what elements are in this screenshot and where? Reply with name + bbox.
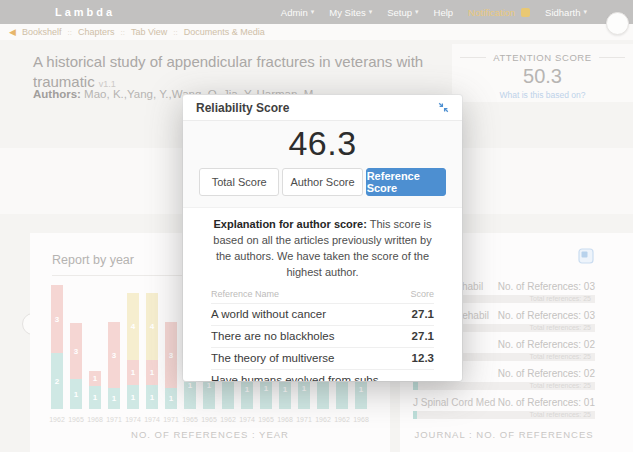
reliability-score-modal: Reliability Score 46.3 Total ScoreAuthor… [183, 95, 462, 381]
attention-score-card: ATTENTION SCORE 50.3 What is this based … [452, 44, 633, 102]
bar-segment-pink: 3 [108, 322, 120, 388]
nav-item-admin[interactable]: Admin▾ [281, 7, 314, 18]
journal-ref-count: No. of References: 03 [498, 281, 595, 292]
reference-row: The theory of multiverse12.3 [211, 347, 434, 369]
bar-segment-pink: 1 [127, 360, 139, 385]
bar-segment-yellow: 4 [146, 293, 158, 360]
report-toggle-icon[interactable] [578, 248, 594, 268]
brand-logo[interactable]: Lambda [55, 6, 115, 18]
chevron-down-icon: ▾ [311, 8, 315, 16]
breadcrumb-separator: :: [67, 28, 71, 37]
modal-header: Reliability Score [183, 95, 462, 121]
attention-score-link[interactable]: What is this based on? [452, 90, 633, 100]
column-header-score: Score [410, 289, 434, 299]
journal-ref-count: No. of References: 02 [498, 368, 595, 379]
x-axis-year-label: 1965 [68, 416, 84, 423]
journal-total-label: Total references: 25 [530, 382, 591, 390]
bar-segment-pink: 3 [51, 285, 63, 353]
x-axis-year-label: 1968 [353, 416, 369, 423]
breadcrumb-item[interactable]: Tab View [131, 27, 167, 37]
tab-reference-score[interactable]: Reference Score [366, 168, 446, 196]
attention-score-heading: ATTENTION SCORE [452, 52, 633, 63]
journal-progress-fill [413, 411, 417, 419]
journal-total-label: Total references: 25 [530, 295, 591, 303]
x-axis-year-label: 1962 [334, 416, 350, 423]
chart-axis-caption: NO. OF REFERENCES : YEAR [30, 429, 390, 440]
x-axis-year-label: 1962 [315, 416, 331, 423]
breadcrumb-separator: :: [120, 28, 124, 37]
document-version: v1.1 [99, 79, 116, 89]
breadcrumb-item[interactable]: Documents & Media [184, 27, 265, 37]
bar-segment-pink: 1 [89, 371, 101, 386]
nav-item-sidharth[interactable]: Sidharth▾ [545, 7, 587, 18]
x-axis-year-label: 1962 [220, 416, 236, 423]
nav-item-label: Setup [387, 7, 412, 18]
reference-name: There are no blackholes [211, 330, 334, 342]
nav-item-label: Help [434, 7, 454, 18]
x-axis-year-label: 1974 [239, 416, 255, 423]
tab-total-score[interactable]: Total Score [199, 168, 279, 196]
bar-segment-pink: 3 [165, 322, 177, 388]
table-rows: A world without cancer27.1There are no b… [211, 303, 434, 381]
user-avatar[interactable] [606, 12, 629, 35]
attention-score-value: 50.3 [452, 65, 633, 88]
reference-name: A world without cancer [211, 308, 326, 320]
journal-ref-count: No. of References: 03 [498, 310, 595, 321]
nav-items: Admin▾My Sites▾Setup▾HelpNotificationSid… [281, 7, 587, 18]
bar-1971: 131971 [165, 322, 177, 409]
nav-item-notification[interactable]: Notification [468, 7, 530, 18]
journal-progress-track: Total references: 25 [413, 411, 595, 419]
journal-total-label: Total references: 25 [530, 353, 591, 361]
score-explanation: Explanation for author score: This score… [183, 208, 462, 283]
bar-1962: 231962 [51, 285, 63, 409]
reference-score: 27.1 [412, 330, 434, 342]
nav-item-label: Notification [468, 7, 515, 18]
reference-score: 12.3 [412, 352, 434, 364]
reference-name: Have humans evolved from subs-species? [211, 374, 418, 381]
x-axis-year-label: 1965 [182, 416, 198, 423]
x-axis-year-label: 1962 [49, 416, 65, 423]
reliability-score-value: 46.3 [199, 124, 446, 163]
breadcrumb-item[interactable]: Chapters [78, 27, 115, 37]
chart-title: Report by year [52, 253, 134, 267]
reference-score: 27.1 [412, 308, 434, 320]
nav-item-setup[interactable]: Setup▾ [387, 7, 418, 18]
x-axis-year-label: 1971 [163, 416, 179, 423]
chevron-down-icon: ▾ [583, 8, 587, 16]
nav-item-label: Admin [281, 7, 308, 18]
bar-1968: 111968 [89, 371, 101, 409]
x-axis-year-label: 1971 [296, 416, 312, 423]
bar-1974: 1141974 [127, 293, 139, 409]
reference-row: Have humans evolved from subs-species?5.… [211, 369, 434, 381]
notification-badge [521, 8, 530, 17]
tab-author-score[interactable]: Author Score [282, 168, 362, 196]
bar-1965: 131965 [70, 323, 82, 409]
modal-title: Reliability Score [196, 101, 289, 115]
bar-segment-pink: 1 [146, 360, 158, 385]
bar-1971: 131971 [108, 322, 120, 409]
collapse-icon[interactable] [438, 102, 449, 113]
bar-segment-yellow: 4 [127, 293, 139, 360]
bar-segment-teal: 1 [165, 388, 177, 409]
x-axis-year-label: 1968 [87, 416, 103, 423]
top-navbar: Lambda Admin▾My Sites▾Setup▾HelpNotifica… [0, 0, 633, 24]
breadcrumb-item[interactable]: Bookshelf [22, 27, 62, 37]
bar-segment-teal: 1 [89, 386, 101, 409]
column-header-reference-name: Reference Name [211, 289, 279, 299]
chevron-down-icon: ▾ [369, 8, 373, 16]
journal-name: J Spinal Cord Med [413, 397, 495, 408]
nav-item-my-sites[interactable]: My Sites▾ [329, 7, 372, 18]
breadcrumb-back-icon[interactable]: ◀ [9, 28, 16, 37]
journal-axis-caption: JOURNAL : NO. OF REFERENCES [413, 429, 595, 440]
nav-item-help[interactable]: Help [434, 7, 454, 18]
bar-segment-teal: 2 [51, 353, 63, 409]
x-axis-year-label: 1971 [106, 416, 122, 423]
x-axis-year-label: 1965 [258, 416, 274, 423]
modal-score-section: 46.3 Total ScoreAuthor ScoreReference Sc… [183, 121, 462, 208]
score-explanation-label: Explanation for author score: [213, 218, 366, 230]
bar-1974: 1141974 [146, 293, 158, 409]
breadcrumb-trail: Bookshelf::Chapters::Tab View::Documents… [22, 27, 265, 37]
bar-segment-teal: 1 [146, 385, 158, 409]
bar-segment-pink: 3 [70, 323, 82, 379]
nav-item-label: My Sites [329, 7, 365, 18]
